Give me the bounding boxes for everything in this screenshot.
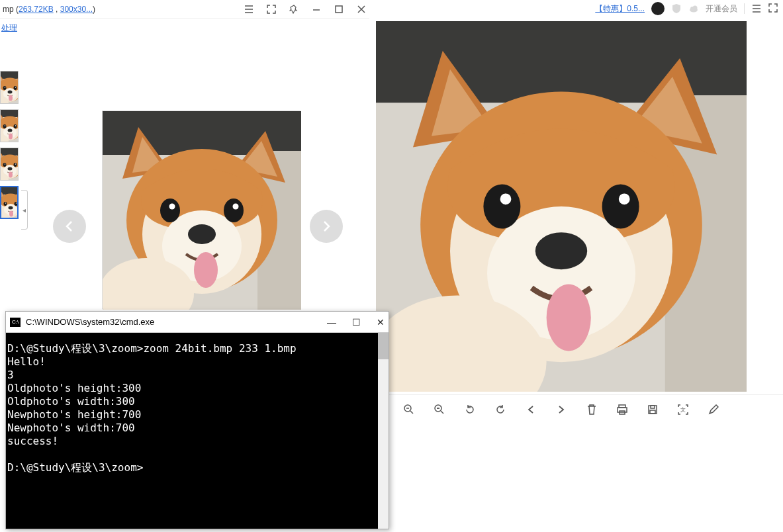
- cmd-line: Hello!: [7, 355, 46, 368]
- svg-rect-24: [650, 410, 655, 414]
- file-info: mp (263.72KB , 300x30...): [3, 5, 95, 14]
- rotate-left-icon[interactable]: [463, 403, 477, 416]
- maximize-icon[interactable]: [334, 4, 344, 15]
- cmd-window: C:\ C:\WINDOWS\system32\cmd.exe — ☐ ✕ D:…: [5, 311, 389, 529]
- file-size-link[interactable]: 263.72KB: [19, 5, 54, 14]
- right-toolbar: 文: [369, 394, 783, 423]
- apps-grid-icon[interactable]: [737, 403, 751, 416]
- print-icon[interactable]: [616, 403, 629, 416]
- svg-rect-13: [336, 6, 342, 13]
- fullscreen-icon[interactable]: [266, 4, 277, 15]
- cmd-line: Oldphoto's width:300: [7, 395, 135, 408]
- cmd-line: success!: [7, 435, 58, 447]
- menu-icon[interactable]: [244, 4, 254, 15]
- delete-icon[interactable]: [585, 403, 598, 416]
- svg-rect-20: [618, 408, 627, 412]
- cmd-title-text: C:\WINDOWS\system32\cmd.exe: [26, 317, 154, 327]
- cmd-line: D:\@Study\程设\3\zoom>zoom 24bit.bmp 233 1…: [7, 342, 297, 355]
- divider: [744, 3, 745, 14]
- maximize-icon[interactable]: ☐: [352, 317, 361, 328]
- pin-icon[interactable]: [289, 4, 299, 15]
- collapse-thumbnails-icon[interactable]: ◂: [21, 190, 28, 230]
- small-dog-image: [102, 111, 300, 309]
- next-icon[interactable]: [555, 403, 568, 416]
- cloud-icon: [688, 3, 699, 14]
- save-icon[interactable]: [646, 403, 659, 416]
- svg-rect-23: [651, 406, 655, 408]
- cmd-line: Newphoto's width:700: [7, 421, 135, 434]
- ocr-icon[interactable]: 文: [676, 403, 690, 416]
- cmd-line: Newphoto's height:700: [7, 408, 141, 421]
- cmd-line: 3: [7, 369, 14, 381]
- thumbnail-strip: [0, 71, 20, 219]
- minimize-icon[interactable]: [311, 4, 322, 15]
- zoom-out-icon[interactable]: [433, 403, 446, 416]
- svg-text:文: 文: [680, 407, 686, 413]
- thumbnail[interactable]: [0, 71, 19, 104]
- vip-link[interactable]: 开通会员: [706, 3, 737, 15]
- left-titlebar: mp (263.72KB , 300x30...): [0, 0, 369, 19]
- scrollbar[interactable]: [378, 333, 389, 529]
- zoom-in-icon[interactable]: [402, 403, 416, 416]
- avatar[interactable]: [651, 2, 665, 15]
- scrollbar-thumb[interactable]: [378, 333, 389, 359]
- right-image-canvas: [376, 21, 776, 390]
- shield-icon: [671, 3, 682, 14]
- right-titlebar: 【特惠】0.5... 开通会员: [369, 0, 783, 17]
- prev-icon[interactable]: [524, 403, 537, 416]
- menu-icon[interactable]: [751, 3, 762, 14]
- promo-link[interactable]: 【特惠】0.5...: [595, 3, 645, 15]
- svg-point-16: [693, 6, 698, 11]
- cmd-line: Oldphoto's height:300: [7, 382, 141, 394]
- right-image-viewer: 【特惠】0.5... 开通会员 文: [369, 0, 783, 423]
- close-icon[interactable]: [356, 4, 367, 15]
- close-icon[interactable]: ✕: [377, 317, 385, 328]
- process-link[interactable]: 处理: [0, 19, 369, 38]
- file-dim-link[interactable]: 300x30...: [60, 5, 93, 14]
- edit-icon[interactable]: [707, 403, 720, 416]
- rotate-right-icon[interactable]: [494, 403, 507, 416]
- fullscreen-icon[interactable]: [768, 3, 779, 14]
- cmd-line: D:\@Study\程设\3\zoom>: [7, 461, 143, 474]
- cmd-titlebar[interactable]: C:\ C:\WINDOWS\system32\cmd.exe — ☐ ✕: [6, 312, 389, 333]
- large-dog-image: [376, 21, 747, 392]
- cmd-output[interactable]: D:\@Study\程设\3\zoom>zoom 24bit.bmp 233 1…: [6, 333, 389, 529]
- cmd-app-icon: C:\: [10, 318, 21, 327]
- file-ext: mp (: [3, 5, 19, 14]
- thumbnail[interactable]: [0, 109, 19, 142]
- minimize-icon[interactable]: —: [327, 317, 336, 328]
- thumbnail[interactable]: [0, 148, 19, 181]
- thumbnail[interactable]: [0, 186, 19, 219]
